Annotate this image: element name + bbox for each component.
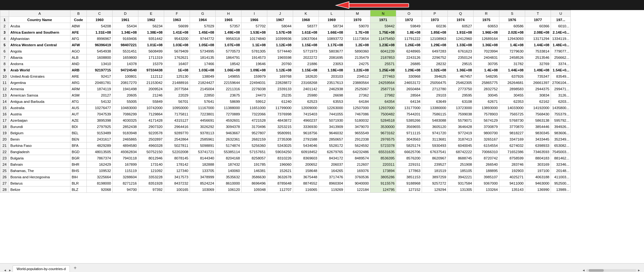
cell[interactable]: 59034250 (267, 149, 293, 155)
cell[interactable]: 9818227 (499, 130, 525, 136)
cell[interactable]: 9257272 (422, 180, 448, 186)
cell[interactable]: 1.17E+08 (319, 42, 345, 48)
cell[interactable]: 1.49E+08 (525, 67, 551, 73)
cell[interactable]: BDI (70, 124, 87, 130)
cell[interactable]: 173140 (138, 161, 164, 168)
cell[interactable]: 8012946 (138, 155, 164, 161)
cell[interactable]: 1.15E+08 (293, 42, 319, 48)
cell[interactable]: 9183948 (113, 130, 138, 136)
cell[interactable]: 177863 (396, 168, 422, 174)
cell[interactable]: 8369603 (293, 155, 319, 161)
cell[interactable]: 92068 (87, 186, 113, 193)
cell[interactable]: 1.44E+08 (499, 67, 525, 73)
cell[interactable]: 3632678 (267, 174, 293, 180)
cell[interactable]: 3535632 (216, 174, 242, 180)
cell[interactable]: 4960328 (138, 142, 164, 149)
cell[interactable]: 53741721 (190, 149, 216, 155)
cell[interactable]: 103069 (190, 186, 216, 193)
cell[interactable]: 14192000 (525, 105, 551, 111)
cell[interactable]: 2632361 (216, 136, 242, 142)
cell[interactable]: 299471... (551, 86, 571, 92)
cell[interactable]: Azerbaijan (9, 117, 70, 124)
cell[interactable]: 3353228 (138, 174, 164, 180)
cell[interactable]: 9655549 (345, 130, 370, 136)
cell[interactable]: 4171428 (138, 117, 164, 124)
cell[interactable]: 3417573 (164, 174, 190, 180)
cell[interactable]: 9317584 (448, 180, 474, 186)
cell[interactable]: 58699 (216, 98, 242, 105)
cell[interactable]: 394625 (422, 73, 448, 80)
cell[interactable]: 1.1E+08 (242, 42, 267, 48)
cell[interactable]: 192903 (499, 168, 525, 174)
col-header-n[interactable]: N (370, 10, 396, 17)
cell[interactable]: 9367000 (474, 180, 499, 186)
col-header-d[interactable]: D (113, 10, 138, 17)
cell[interactable]: 122184 (345, 186, 370, 193)
cell[interactable]: 23168268 (293, 80, 319, 86)
cell[interactable]: 1960 (87, 17, 113, 23)
cell[interactable]: 21886 (293, 61, 319, 67)
cell[interactable]: 8437232 (164, 180, 190, 186)
cell[interactable]: 6761623 (448, 48, 474, 54)
cell[interactable]: 7322066 (242, 111, 267, 117)
cell[interactable]: 187432 (216, 161, 242, 168)
cell[interactable]: 6040045 (448, 142, 474, 149)
cell[interactable]: 56701 (164, 98, 190, 105)
cell[interactable]: 25235 (267, 92, 293, 98)
cell[interactable]: 1.29E+08 (396, 67, 422, 73)
cell[interactable]: 1659800 (113, 54, 138, 61)
cell[interactable]: 61240 (267, 98, 293, 105)
cell[interactable]: 1.36E+08 (448, 67, 474, 73)
cell[interactable]: AGO (70, 48, 87, 54)
cell[interactable]: 200652 (293, 161, 319, 168)
cell[interactable]: 5531451 (113, 48, 138, 54)
cell[interactable]: 13177000 (396, 105, 422, 111)
cell[interactable]: ASM (70, 92, 87, 98)
col-header-s[interactable]: S (499, 10, 525, 17)
cell[interactable]: 8620967 (422, 155, 448, 161)
cell[interactable]: 169376 (345, 168, 370, 174)
cell[interactable]: 109348 (242, 186, 267, 193)
cell[interactable]: 8310226 (267, 155, 293, 161)
col-header-u[interactable]: U (551, 10, 571, 17)
cell[interactable]: 2706104... (551, 80, 571, 86)
cell[interactable]: 98407221 (113, 42, 138, 48)
cell[interactable]: Albania (9, 54, 70, 61)
cell[interactable]: Burundi (9, 124, 70, 130)
cell[interactable]: 1.26E+08 (396, 42, 422, 48)
cell[interactable]: 2077584 (164, 86, 190, 92)
cell[interactable]: 28564 (396, 92, 422, 98)
cell[interactable]: 22850 (190, 92, 216, 98)
cell[interactable]: 2650484 (396, 86, 422, 92)
cell[interactable]: 5930493 (422, 142, 448, 149)
cell[interactable]: 755379... (551, 111, 571, 117)
cell[interactable]: 1.44E+08 (525, 42, 551, 48)
cell[interactable]: ARB (70, 67, 87, 73)
cell[interactable]: 10483000 (113, 105, 138, 111)
cell[interactable]: 94724540 (113, 67, 138, 73)
cell[interactable]: 7586115 (422, 111, 448, 117)
cell[interactable]: 303169 (525, 161, 551, 168)
cell[interactable]: 97334438 (138, 67, 164, 73)
cell[interactable]: 9830345 (525, 130, 551, 136)
cell[interactable]: 66625706 (396, 149, 422, 155)
cell[interactable]: 2145004 (190, 86, 216, 92)
cell[interactable]: 212607 (345, 161, 370, 168)
cell[interactable]: 3026292 (190, 124, 216, 130)
cell[interactable]: 23517613 (319, 80, 345, 86)
cell[interactable]: 1.7E+08 (345, 29, 370, 36)
cell[interactable]: AND (70, 61, 87, 67)
cell[interactable]: ABW (70, 23, 87, 29)
cell[interactable]: 97392 (138, 186, 164, 193)
cell[interactable]: 1.15E+08 (293, 67, 319, 73)
cell[interactable]: 1.61E+08 (293, 29, 319, 36)
cell[interactable]: 60366 (525, 23, 551, 29)
col-header-k[interactable]: K (293, 10, 319, 17)
cell[interactable]: 5723378 (370, 142, 396, 149)
cell[interactable]: 1864791 (216, 54, 242, 61)
cell[interactable]: 3851153 (396, 174, 422, 180)
cell[interactable]: 52202008 (164, 149, 190, 155)
add-sheet-button[interactable]: + (72, 265, 78, 272)
cell[interactable]: 8524224 (190, 180, 216, 186)
cell[interactable]: 21824427 (190, 80, 216, 86)
